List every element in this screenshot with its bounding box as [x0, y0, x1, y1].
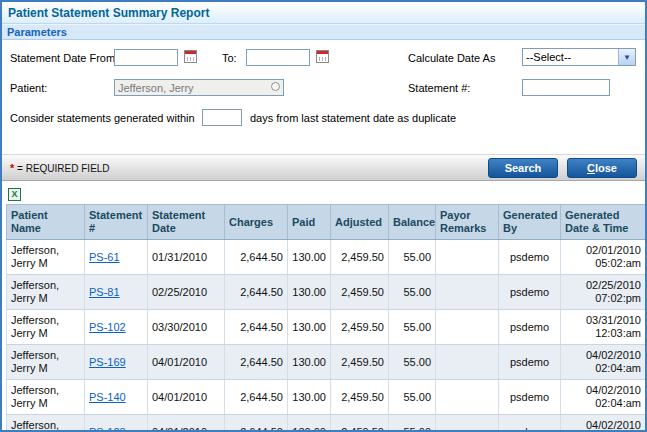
- header-balance: Balance: [389, 205, 436, 240]
- search-button-label: Search: [505, 162, 542, 174]
- cell-patient-name: Jefferson, Jerry M: [7, 240, 85, 275]
- chevron-down-icon: ▼: [618, 49, 635, 65]
- cell-statement-number: PS-128: [85, 415, 148, 432]
- cell-charges: 2,644.50: [225, 275, 288, 310]
- to-label: To:: [222, 52, 237, 64]
- header-adjusted: Adjusted: [331, 205, 389, 240]
- cell-patient-name: Jefferson, Jerry M: [7, 380, 85, 415]
- cell-balance: 55.00: [389, 240, 436, 275]
- statement-link[interactable]: PS-128: [89, 426, 126, 432]
- cell-payor-remarks: [436, 415, 499, 432]
- results-grid-wrap: Patient Name Statement # Statement Date …: [2, 202, 645, 432]
- cell-adjusted: 2,459.50: [331, 380, 389, 415]
- cell-statement-date: 04/01/2010: [148, 415, 225, 432]
- cell-balance: 55.00: [389, 380, 436, 415]
- duplicate-days-suffix-label: days from last statement date as duplica…: [250, 112, 456, 124]
- cell-patient-name: Jefferson, Jerry M: [7, 275, 85, 310]
- cell-statement-date: 04/01/2010: [148, 380, 225, 415]
- report-window: Patient Statement Summary Report Paramet…: [0, 0, 647, 432]
- cell-patient-name: Jefferson, Jerry M: [7, 415, 85, 432]
- statement-link[interactable]: PS-140: [89, 391, 126, 403]
- cell-balance: 55.00: [389, 415, 436, 432]
- cell-balance: 55.00: [389, 345, 436, 380]
- cell-generated-datetime: 02/01/2010 05:02:am: [561, 240, 646, 275]
- cell-payor-remarks: [436, 310, 499, 345]
- statement-date-to-input[interactable]: [246, 49, 310, 66]
- required-asterisk: *: [10, 162, 14, 174]
- spacer: [2, 140, 645, 154]
- parameters-section-header: Parameters: [2, 24, 645, 40]
- header-generated-by: Generated By: [499, 205, 561, 240]
- table-header-row: Patient Name Statement # Statement Date …: [7, 205, 646, 240]
- statement-table: Patient Name Statement # Statement Date …: [6, 204, 646, 432]
- header-payor-remarks: Payor Remarks: [436, 205, 499, 240]
- cell-adjusted: 2,459.50: [331, 345, 389, 380]
- excel-export-icon[interactable]: X: [8, 188, 21, 201]
- cell-balance: 55.00: [389, 310, 436, 345]
- cell-generated-by: psdemo: [499, 415, 561, 432]
- search-button[interactable]: Search: [488, 158, 558, 178]
- statement-link[interactable]: PS-81: [89, 286, 120, 298]
- calendar-icon[interactable]: [316, 50, 329, 63]
- cell-generated-datetime: 04/02/2010 02:04:am: [561, 415, 646, 432]
- calendar-icon[interactable]: [184, 50, 197, 63]
- cell-statement-number: PS-169: [85, 345, 148, 380]
- statement-number-input[interactable]: [522, 79, 610, 96]
- close-button[interactable]: Close: [567, 158, 637, 178]
- calculate-date-as-select[interactable]: --Select-- ▼: [522, 48, 636, 66]
- cell-paid: 130.00: [288, 310, 331, 345]
- cell-charges: 2,644.50: [225, 415, 288, 432]
- patient-lookup-icon[interactable]: [271, 82, 280, 91]
- statement-link[interactable]: PS-169: [89, 356, 126, 368]
- cell-adjusted: 2,459.50: [331, 240, 389, 275]
- close-button-label: Close: [587, 162, 617, 174]
- header-generated-datetime: Generated Date & Time: [561, 205, 646, 240]
- table-row: Jefferson, Jerry M PS-140 04/01/2010 2,6…: [7, 380, 646, 415]
- header-patient-name: Patient Name: [7, 205, 85, 240]
- cell-generated-datetime: 03/31/2010 12:03:am: [561, 310, 646, 345]
- duplicate-days-input[interactable]: [202, 109, 242, 126]
- cell-charges: 2,644.50: [225, 345, 288, 380]
- cell-statement-date: 03/30/2010: [148, 310, 225, 345]
- cell-paid: 130.00: [288, 240, 331, 275]
- patient-label: Patient:: [10, 82, 47, 94]
- table-row: Jefferson, Jerry M PS-128 04/01/2010 2,6…: [7, 415, 646, 432]
- page-title: Patient Statement Summary Report: [8, 6, 209, 20]
- cell-generated-by: psdemo: [499, 380, 561, 415]
- cell-payor-remarks: [436, 345, 499, 380]
- statement-date-from-input[interactable]: [114, 49, 178, 66]
- table-row: Jefferson, Jerry M PS-102 03/30/2010 2,6…: [7, 310, 646, 345]
- calculate-date-as-label: Calculate Date As: [408, 52, 495, 64]
- cell-generated-by: psdemo: [499, 310, 561, 345]
- statement-link[interactable]: PS-102: [89, 321, 126, 333]
- cell-generated-datetime: 04/02/2010 02:04:am: [561, 380, 646, 415]
- cell-payor-remarks: [436, 380, 499, 415]
- table-row: Jefferson, Jerry M PS-81 02/25/2010 2,64…: [7, 275, 646, 310]
- cell-generated-by: psdemo: [499, 240, 561, 275]
- cell-generated-datetime: 04/02/2010 02:04:am: [561, 345, 646, 380]
- title-bar: Patient Statement Summary Report: [2, 2, 645, 24]
- patient-input[interactable]: [114, 79, 284, 96]
- cell-charges: 2,644.50: [225, 240, 288, 275]
- required-field-note: * = REQUIRED FIELD: [10, 162, 479, 174]
- header-statement-date: Statement Date: [148, 205, 225, 240]
- header-statement-number: Statement #: [85, 205, 148, 240]
- cell-paid: 130.00: [288, 275, 331, 310]
- action-bar: * = REQUIRED FIELD Search Close: [2, 154, 645, 181]
- table-row: Jefferson, Jerry M PS-61 01/31/2010 2,64…: [7, 240, 646, 275]
- statement-link[interactable]: PS-61: [89, 251, 120, 263]
- parameters-form: Statement Date From: To: Calculate Date …: [2, 40, 645, 140]
- cell-statement-number: PS-140: [85, 380, 148, 415]
- cell-adjusted: 2,459.50: [331, 275, 389, 310]
- statement-table-body: Jefferson, Jerry M PS-61 01/31/2010 2,64…: [7, 240, 646, 432]
- parameters-label: Parameters: [7, 26, 67, 38]
- cell-statement-date: 02/25/2010: [148, 275, 225, 310]
- cell-statement-number: PS-102: [85, 310, 148, 345]
- cell-adjusted: 2,459.50: [331, 310, 389, 345]
- statement-date-from-label: Statement Date From:: [10, 52, 118, 64]
- cell-generated-by: psdemo: [499, 345, 561, 380]
- cell-paid: 130.00: [288, 345, 331, 380]
- cell-paid: 130.00: [288, 415, 331, 432]
- cell-balance: 55.00: [389, 275, 436, 310]
- duplicate-days-prefix-label: Consider statements generated within: [10, 112, 195, 124]
